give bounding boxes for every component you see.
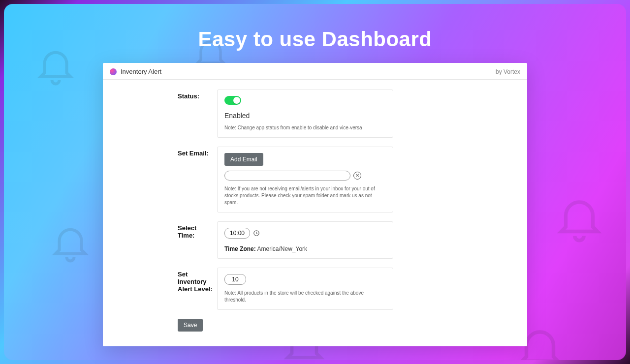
timezone-value: America/New_York (257, 245, 307, 252)
email-label: Set Email: (115, 147, 213, 157)
vendor-label: by Vortex (496, 68, 520, 75)
card-header: Inventory Alert by Vortex (103, 63, 527, 80)
clock-icon (253, 230, 260, 237)
time-input[interactable] (224, 228, 250, 239)
app-logo-icon (110, 68, 117, 75)
inventory-level-input[interactable] (224, 274, 246, 285)
remove-email-icon[interactable]: ✕ (353, 172, 361, 180)
status-toggle[interactable] (224, 96, 241, 105)
email-field[interactable] (224, 171, 350, 181)
status-label: Status: (115, 90, 213, 100)
app-name: Inventory Alert (121, 68, 161, 75)
save-button[interactable]: Save (178, 319, 203, 332)
page-title: Easy to use Dashboard (0, 0, 630, 51)
email-note: Note: If you are not receiving email/ale… (224, 185, 386, 206)
inventory-note: Note: All products in the store will be … (224, 290, 386, 303)
timezone-label: Time Zone: (224, 245, 256, 252)
status-note: Note: Change app status from enable to d… (224, 124, 386, 131)
time-label: Select Time: (115, 221, 213, 239)
add-email-button[interactable]: Add Email (224, 153, 263, 166)
inventory-label: Set Inventory Alert Level: (115, 268, 213, 293)
status-enabled-text: Enabled (224, 112, 386, 120)
dashboard-card: Inventory Alert by Vortex Status: Enable… (103, 63, 527, 346)
